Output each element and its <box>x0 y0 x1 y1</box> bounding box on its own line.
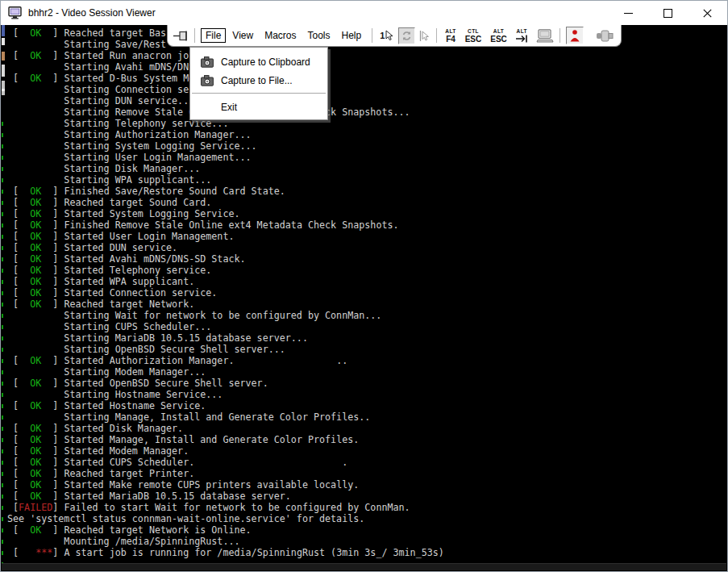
remote-console-view[interactable]: [ OK ] Reached target Bas Starting Save/… <box>2 25 726 570</box>
console-line: [ OK ] Started Make remote CUPS printers… <box>7 479 444 491</box>
console-line: Starting OpenBSD Secure Shell server... <box>7 344 444 355</box>
console-line: [ OK ] Started Hostname Service. <box>7 400 444 411</box>
minimize-icon <box>624 13 633 14</box>
cursor-arrow-icon <box>385 30 394 41</box>
console-line: [ OK ] Reached target Network. <box>7 299 444 310</box>
menu-item-capture-to-clipboard[interactable]: Capture to Clipboard <box>190 52 327 71</box>
hotkey-key-label: F4 <box>446 35 456 44</box>
artifact-segment <box>2 52 5 61</box>
single-cursor-button[interactable]: 1 <box>378 30 396 41</box>
hotkey-modifier-label: CTL <box>468 28 479 34</box>
menu-view[interactable]: View <box>227 28 258 43</box>
menu-tools[interactable]: Tools <box>302 28 335 43</box>
console-line: [ OK ] Started WPA supplicant. <box>7 276 444 287</box>
console-line: [ OK ] Started System Logging Service. <box>7 208 444 219</box>
console-line: [ OK ] Reached target Sound Card. <box>7 197 444 208</box>
console-line: [ OK ] Started Authorization Manager. .. <box>7 355 444 366</box>
screen-edge-artifact <box>2 25 6 570</box>
console-line: [ OK ] Started DUN service. <box>7 242 444 253</box>
menu-macros[interactable]: Macros <box>260 28 301 43</box>
menu-bar: FileViewMacrosToolsHelp <box>201 28 366 43</box>
computer-icon <box>536 29 554 43</box>
person-icon <box>569 29 580 42</box>
hotkey-key-label: ESC <box>465 35 482 44</box>
hotkey-modifier-label: ALT <box>445 28 456 34</box>
window-controls <box>609 1 727 25</box>
window-title: bhhr2 - Video Session Viewer <box>28 7 156 19</box>
menu-file[interactable]: File <box>201 28 226 43</box>
hotkey-alt-tab[interactable]: ALT <box>514 28 530 43</box>
artifact-segment <box>2 81 5 95</box>
console-line: Starting Hostname Service... <box>7 389 444 400</box>
menu-item-label: Capture to Clipboard <box>221 56 310 68</box>
hotkey-group: ALTF4CTLESCALTESCALT <box>443 28 530 44</box>
hotkey-modifier-label: ALT <box>493 28 504 34</box>
menu-item-label: Capture to File... <box>221 75 293 86</box>
pin-toolbar-button[interactable] <box>173 31 189 41</box>
console-line: [ OK ] Finished Save/Restore Sound Card … <box>7 186 444 197</box>
session-toolbar: FileViewMacrosToolsHelp 1 ALTF4CTLESCALT… <box>167 25 622 47</box>
plug-icon <box>596 29 615 43</box>
console-line: [FAILED] Failed to start Wait for networ… <box>7 502 444 513</box>
maximize-button[interactable] <box>648 1 688 25</box>
pushpin-icon <box>173 31 189 41</box>
artifact-segment <box>2 25 5 36</box>
artifact-segment <box>2 38 5 45</box>
hotkey-modifier-label: ALT <box>517 28 527 34</box>
cursor-align-button[interactable] <box>418 30 431 42</box>
console-line: Starting User Login Management... <box>7 152 444 163</box>
console-line: [ OK ] Started Disk Manager. <box>7 423 444 434</box>
toolbar-separator <box>560 28 560 43</box>
console-line: Starting Manage, Install and Generate Co… <box>7 411 444 423</box>
disconnect-button[interactable] <box>596 29 615 43</box>
console-line: [ OK ] Started Manage, Install and Gener… <box>7 434 444 445</box>
artifact-segment <box>2 65 5 77</box>
toolbar-separator <box>194 28 195 43</box>
hotkey-alt-esc[interactable]: ALTESC <box>488 28 510 44</box>
console-line: [ OK ] Started Telephony service. <box>7 265 444 276</box>
single-cursor-label: 1 <box>380 31 385 40</box>
toolbar-separator <box>372 28 372 43</box>
window-bottom-edge <box>2 563 726 570</box>
console-line: Starting WPA supplicant... <box>7 174 444 186</box>
artifact-segment <box>2 89 5 91</box>
title-bar[interactable]: bhhr2 - Video Session Viewer <box>1 1 727 25</box>
menu-help[interactable]: Help <box>337 28 367 43</box>
close-button[interactable] <box>688 1 727 25</box>
artifact-segment <box>2 122 3 564</box>
maximize-icon <box>664 9 672 18</box>
file-menu: Capture to ClipboardCapture to File...Ex… <box>189 47 328 120</box>
send-to-monitor-button[interactable] <box>536 29 554 43</box>
console-line: [ OK ] Started User Login Management. <box>7 231 444 242</box>
video-session-viewer-window: bhhr2 - Video Session Viewer [ OK ] Reac… <box>0 0 728 572</box>
console-line: [ OK ] Started Avahi mDNS/DNS-SD Stack. <box>7 253 444 265</box>
refresh-screen-button[interactable] <box>398 27 415 44</box>
console-line: Starting Authorization Manager... <box>7 129 444 140</box>
console-line: [ OK ] Finished Remove Stale Online ext4… <box>7 219 444 231</box>
console-line: [ OK ] Reached target Network is Online. <box>7 524 444 536</box>
menu-item-capture-to-file[interactable]: Capture to File... <box>190 71 327 90</box>
hotkey-ctl-esc[interactable]: CTLESC <box>463 28 485 44</box>
refresh-icon <box>401 31 412 41</box>
console-line: Starting System Logging Service... <box>7 140 444 152</box>
console-line: [ OK ] Started MariaDB 10.5.15 database … <box>7 491 444 502</box>
minimize-button[interactable] <box>609 1 648 25</box>
console-line: [ OK ] Started CUPS Scheduler. . <box>7 457 444 468</box>
app-monitor-icon <box>8 6 23 19</box>
camera-icon <box>198 56 216 68</box>
console-line: Starting Wait for network to be configur… <box>7 310 444 321</box>
console-line: [ OK ] Started Connection service. <box>7 287 444 299</box>
console-line: Starting Disk Manager... <box>7 163 444 174</box>
cursor-line-icon <box>418 30 431 42</box>
toolbar-separator <box>436 28 437 43</box>
console-line: [ OK ] Started Modem Manager. <box>7 445 444 457</box>
menu-item-label: Exit <box>221 102 237 113</box>
hotkey-key-label: ESC <box>490 35 507 44</box>
console-line: Starting Modem Manager... <box>7 366 444 378</box>
console-line: [ ***] A start job is running for /media… <box>7 547 444 558</box>
close-icon <box>703 9 712 18</box>
hotkey-alt-f4[interactable]: ALTF4 <box>443 28 458 44</box>
user-session-button[interactable] <box>566 27 584 44</box>
menu-item-exit[interactable]: Exit <box>190 98 327 116</box>
console-line: [ OK ] Started OpenBSD Secure Shell serv… <box>7 378 444 389</box>
